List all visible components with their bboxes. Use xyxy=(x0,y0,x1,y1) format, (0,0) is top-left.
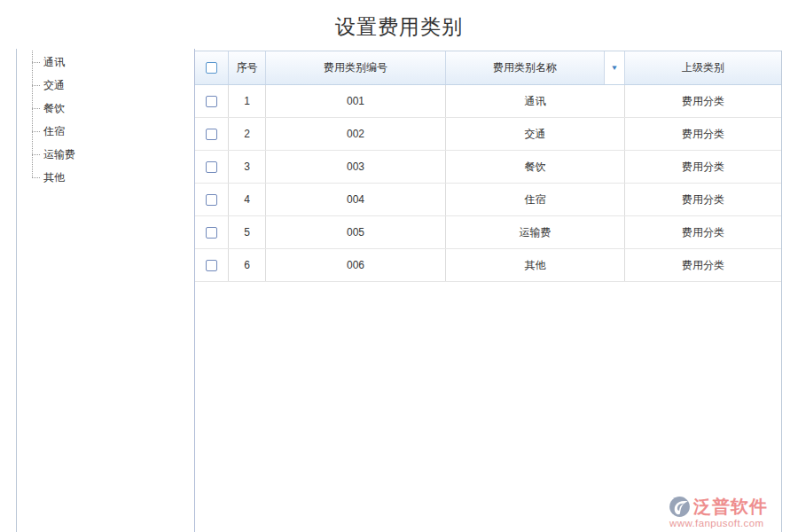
tree-connector xyxy=(32,131,40,132)
tree-item[interactable]: 住宿 xyxy=(32,120,192,143)
tree-item[interactable]: 餐饮 xyxy=(32,97,192,120)
cell-name: 运输费 xyxy=(446,216,625,248)
cell-code: 003 xyxy=(266,151,446,183)
tree-item-label: 运输费 xyxy=(43,147,75,162)
cell-name: 餐饮 xyxy=(446,151,625,183)
cell-parent: 费用分类 xyxy=(625,249,781,281)
cell-seq: 3 xyxy=(229,151,266,183)
cell-code: 006 xyxy=(266,249,446,281)
table-row: 2 002 交通 费用分类 xyxy=(195,118,781,151)
select-all-checkbox[interactable] xyxy=(206,62,217,74)
tree-connector xyxy=(32,177,40,178)
table-row: 6 006 其他 费用分类 xyxy=(195,249,781,282)
cell-parent: 费用分类 xyxy=(625,151,781,183)
cell-name: 其他 xyxy=(446,249,625,281)
cell-code: 005 xyxy=(266,216,446,248)
tree-item-label: 其他 xyxy=(43,170,65,185)
tree-item-label: 餐饮 xyxy=(43,101,65,116)
table-body: 1 001 通讯 费用分类 2 002 交通 费用分类 3 00 xyxy=(195,85,781,282)
cell-seq: 6 xyxy=(229,249,266,281)
table-row: 1 001 通讯 费用分类 xyxy=(195,85,781,118)
tree-item-label: 交通 xyxy=(43,78,65,93)
table-right-border xyxy=(781,51,782,532)
cell-seq: 5 xyxy=(229,216,266,248)
tree-connector xyxy=(32,85,40,86)
cell-code: 002 xyxy=(266,118,446,150)
categories-table: 序号 费用类别编号 费用类别名称 ▼ 上级类别 1 001 通讯 费用分类 xyxy=(195,51,781,282)
cell-code: 004 xyxy=(266,184,446,215)
tree-item[interactable]: 交通 xyxy=(32,74,192,97)
panel-left-border xyxy=(16,49,17,532)
select-all-cell xyxy=(195,51,229,84)
tree-item-label: 通讯 xyxy=(43,55,65,70)
cell-parent: 费用分类 xyxy=(625,216,781,248)
column-dropdown-button[interactable]: ▼ xyxy=(605,51,625,84)
table-row: 5 005 运输费 费用分类 xyxy=(195,216,781,249)
tree-item[interactable]: 通讯 xyxy=(32,51,192,74)
page-title: 设置费用类别 xyxy=(0,13,798,41)
tree-connector xyxy=(32,108,40,109)
column-header-seq: 序号 xyxy=(229,51,266,84)
tree-connector xyxy=(32,62,40,63)
cell-seq: 2 xyxy=(229,118,266,150)
watermark-url-text: www.fanpusoft.com xyxy=(668,518,792,528)
column-header-name: 费用类别名称 xyxy=(446,51,605,84)
cell-seq: 4 xyxy=(229,184,266,215)
table-row: 4 004 住宿 费用分类 xyxy=(195,184,781,216)
tree-item-label: 住宿 xyxy=(43,124,65,139)
table-header-row: 序号 费用类别编号 费用类别名称 ▼ 上级类别 xyxy=(195,51,781,85)
tree-trunk-line xyxy=(32,51,33,177)
row-checkbox-cell xyxy=(195,216,229,248)
column-header-code: 费用类别编号 xyxy=(266,51,446,84)
cell-parent: 费用分类 xyxy=(625,85,781,117)
row-checkbox-cell xyxy=(195,85,229,117)
tree-item[interactable]: 其他 xyxy=(32,166,192,189)
table-row: 3 003 餐饮 费用分类 xyxy=(195,151,781,184)
cell-name: 交通 xyxy=(446,118,625,150)
dropdown-arrow-icon: ▼ xyxy=(611,64,619,71)
row-checkbox-cell xyxy=(195,249,229,281)
row-checkbox[interactable] xyxy=(206,260,217,271)
cell-code: 001 xyxy=(266,85,446,117)
row-checkbox[interactable] xyxy=(206,96,217,107)
cell-parent: 费用分类 xyxy=(625,184,781,215)
watermark: 泛普软件 www.fanpusoft.com xyxy=(668,495,792,528)
cell-name: 通讯 xyxy=(446,85,625,117)
tree-item[interactable]: 运输费 xyxy=(32,143,192,166)
cell-parent: 费用分类 xyxy=(625,118,781,150)
row-checkbox-cell xyxy=(195,118,229,150)
row-checkbox-cell xyxy=(195,151,229,183)
row-checkbox[interactable] xyxy=(206,161,217,173)
watermark-brand-text: 泛普软件 xyxy=(693,495,768,519)
row-checkbox[interactable] xyxy=(206,194,217,206)
row-checkbox[interactable] xyxy=(206,227,217,239)
fanpu-logo-icon xyxy=(668,495,692,519)
cell-seq: 1 xyxy=(229,85,266,117)
row-checkbox-cell xyxy=(195,184,229,215)
row-checkbox[interactable] xyxy=(206,129,217,140)
category-tree: 通讯 交通 餐饮 住宿 运输费 其他 xyxy=(32,51,192,189)
tree-connector xyxy=(32,154,40,155)
cell-name: 住宿 xyxy=(446,184,625,215)
column-header-parent: 上级类别 xyxy=(625,51,781,84)
